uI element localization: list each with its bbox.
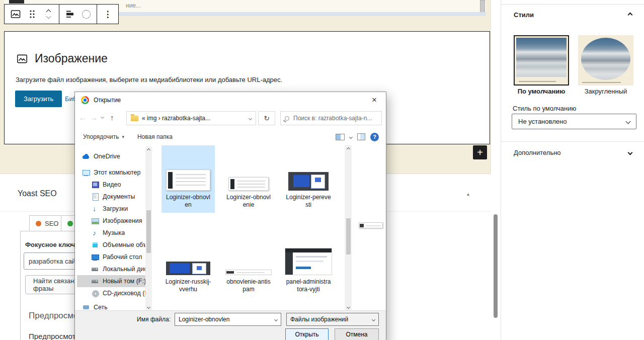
default-style-select[interactable]: Не установлено [512,114,636,129]
advanced-panel-title: Дополнительно [514,149,561,156]
up-button[interactable]: ↑ [110,113,114,122]
scroll-down-icon[interactable] [147,305,150,308]
file-item-loginizer-obnovlen[interactable]: Loginizer-obnovlen [162,145,215,213]
style-rounded-preview-image [581,38,630,80]
chevron-down-icon [46,14,51,19]
scroll-up-icon[interactable] [346,147,350,150]
editor-scrollbar[interactable] [492,0,501,340]
editor-scrollbar-thumb[interactable] [494,214,498,318]
address-bar[interactable]: « img › razrabotka-sajta... [126,111,256,125]
file-item-partial[interactable] [165,288,218,310]
view-dropdown-icon[interactable] [349,135,353,138]
block-toolbar-section-2 [59,5,97,24]
file-item-loginizer-perevesti[interactable]: Loginizer-perevesti [282,145,335,213]
options-button[interactable]: ⋮ [102,5,113,24]
seo-score-icon [36,221,41,226]
nav-item-videos[interactable]: Видео [77,179,145,191]
file-item-panel-administratora-vyjti[interactable]: panel-administratora-vyjti [282,230,335,297]
style-rounded-card[interactable] [578,35,633,86]
preview-pane-icon[interactable] [357,133,365,140]
expand-chevron-icon [628,150,633,155]
navigation-pane: OneDrive Этот компьютер Видео Документы … [77,146,145,310]
move-down-button[interactable] [43,15,54,18]
filetype-combobox[interactable]: Файлы изображений [286,313,379,326]
dialog-close-button[interactable]: × [363,92,386,108]
nav-item-cd-drive[interactable]: CD-дисковод (I:) [77,287,145,299]
yoast-collapse-button[interactable]: ▴ [467,191,469,197]
yoast-tab-seo-label: SEO [45,220,58,227]
nav-item-desktop[interactable]: Рабочий стол [77,251,145,263]
video-icon [91,181,99,189]
forward-button[interactable]: → [90,113,98,122]
scrollbar-thumb[interactable] [346,218,351,254]
file-label: obnovlenie-antispam [222,278,275,293]
back-button[interactable]: ← [79,113,87,122]
documents-icon [91,193,99,201]
nav-item-downloads[interactable]: Загрузки [77,203,145,215]
style-default-card[interactable] [514,35,569,86]
scroll-up-icon[interactable] [147,148,150,151]
image-block-description: Загрузите файл изображения, выберите из … [16,76,282,83]
scroll-down-icon[interactable] [346,305,350,308]
nav-item-documents[interactable]: Документы [77,191,145,203]
nav-item-new-volume-f[interactable]: Новый том (F:) [77,275,145,287]
image-icon [10,8,22,20]
upload-button[interactable]: Загрузить [15,91,62,107]
nav-item-network[interactable]: Сеть [77,301,145,310]
nav-item-3d-objects[interactable]: Объемные объекты [77,239,145,251]
organize-button[interactable]: Упорядочить ▾ [83,133,124,140]
preview-subheading: Предпросмотр [29,332,80,340]
move-up-button[interactable] [43,10,54,14]
file-item-obnovlenie-antispam[interactable]: obnovlenie-antispam [222,230,275,297]
nav-item-onedrive[interactable]: OneDrive [77,150,145,162]
filename-input[interactable] [179,316,264,323]
filename-label: Имя файла: [105,316,171,323]
search-box[interactable] [280,111,382,125]
3d-objects-icon [91,241,99,249]
address-dropdown-icon[interactable] [249,116,252,120]
styles-panel-header[interactable]: Стили [514,11,632,19]
duotone-icon [82,10,91,19]
nav-item-music[interactable]: Музыка [77,227,145,239]
dialog-titlebar[interactable]: Открытие × [75,92,386,108]
duotone-filter-button[interactable] [80,5,92,24]
filename-combobox[interactable] [175,313,281,326]
chrome-icon [81,96,89,104]
history-dropdown-icon[interactable] [101,115,104,119]
default-style-label: Стиль по умолчанию [513,105,576,112]
search-input[interactable] [293,115,377,122]
settings-sidebar: Стили По умолчанию Закругленный Стиль по… [501,0,644,340]
network-icon [82,303,90,310]
cd-icon [91,289,99,297]
open-button[interactable]: Открыть [285,328,329,340]
block-mover [43,10,54,18]
file-item-loginizer-obnovlenie[interactable]: Loginizer-obnovlenie [222,145,275,213]
preview-caption-line [519,81,556,82]
image-block-title: Изображение [35,52,108,65]
scrollbar-thumb[interactable] [146,210,151,253]
file-item-loginizer-russkij-vverhu[interactable]: Loginizer-russkij-vverhu [162,230,215,297]
view-mode-icon[interactable] [336,134,345,140]
advanced-panel-header[interactable]: Дополнительно [514,149,632,156]
cancel-button[interactable]: Отмена [335,328,379,340]
file-list-scrollbar[interactable] [345,145,352,310]
drag-handle[interactable] [27,5,38,24]
screen: ние... [0,0,644,340]
style-default-preview-image [516,38,567,77]
nav-item-this-pc[interactable]: Этот компьютер [77,166,145,179]
downloads-icon [91,205,99,213]
pictures-icon [91,217,99,225]
nav-item-local-disk[interactable]: Локальный диск [77,263,145,275]
nav-item-pictures[interactable]: Изображения [77,215,145,227]
yoast-tab-seo[interactable]: SEO [29,215,65,231]
add-block-button[interactable]: + [473,145,487,159]
help-button[interactable]: ? [370,133,379,141]
new-folder-button[interactable]: Новая папка [137,133,173,140]
filetype-value: Файлы изображений [290,316,348,323]
block-toolbar: ⋮ [4,4,119,24]
file-label: Loginizer-obnovlen [162,194,215,209]
image-block-type-button[interactable] [10,5,22,24]
refresh-button[interactable]: ↻ [258,111,275,125]
align-button[interactable] [64,5,75,24]
dialog-title: Открытие [94,97,121,104]
